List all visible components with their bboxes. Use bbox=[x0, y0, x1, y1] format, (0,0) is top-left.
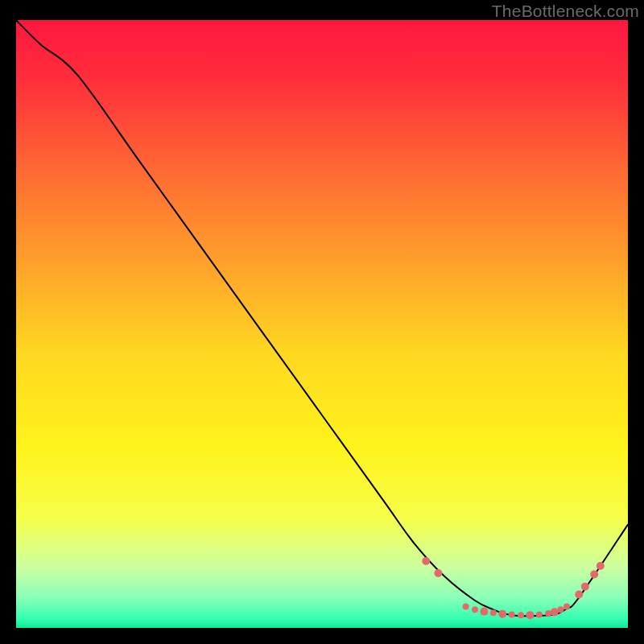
marker-dot bbox=[434, 569, 442, 577]
marker-dot bbox=[480, 608, 488, 616]
marker-dot bbox=[551, 608, 559, 616]
chart-frame: TheBottleneck.com bbox=[0, 0, 644, 644]
marker-dot bbox=[581, 583, 589, 591]
marker-dot bbox=[536, 611, 543, 617]
marker-dot bbox=[557, 606, 564, 613]
marker-dot bbox=[575, 590, 583, 598]
marker-dot bbox=[498, 610, 506, 618]
marker-dot bbox=[509, 611, 515, 617]
marker-dot bbox=[564, 604, 570, 610]
marker-dot bbox=[518, 612, 524, 618]
marker-dot bbox=[526, 611, 534, 619]
chart-background bbox=[16, 20, 628, 628]
chart-svg bbox=[16, 20, 628, 628]
chart-plot bbox=[16, 20, 628, 628]
marker-dot bbox=[597, 562, 605, 570]
watermark-text: TheBottleneck.com bbox=[492, 2, 639, 21]
marker-dot bbox=[590, 571, 598, 579]
marker-dot bbox=[422, 557, 430, 565]
marker-dot bbox=[463, 604, 469, 610]
marker-dot bbox=[472, 606, 478, 613]
marker-dot bbox=[490, 609, 497, 616]
